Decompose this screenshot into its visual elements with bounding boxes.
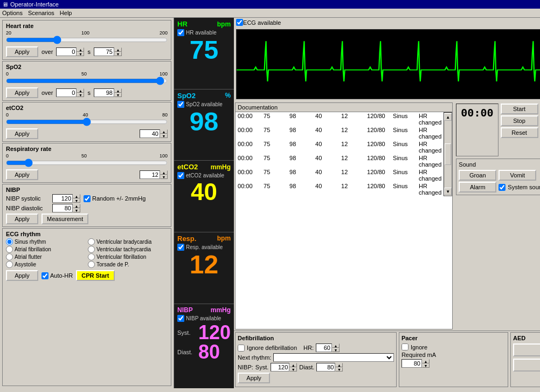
doc-content: 00:00 75 98 40 12 120/80 Sinus HR change… [236, 112, 444, 196]
stop-button[interactable]: Stop [501, 115, 538, 126]
cpr-start-button[interactable]: CPR Start [76, 270, 114, 281]
nibp-diast-up[interactable]: ▲ [73, 204, 80, 208]
nibp-measurement-button[interactable]: Measurement [41, 214, 88, 224]
nibp-syst-down[interactable]: ▼ [73, 198, 80, 203]
heart-rate-group: Heart rate 20 100 200 Apply over ▲ ▼ s [2, 20, 171, 60]
hr-block: HR bpm HR available 75 [174, 18, 234, 90]
hr-value-input[interactable] [94, 47, 114, 56]
menu-help[interactable]: Help [60, 10, 72, 16]
start-button[interactable]: Start [501, 104, 538, 114]
hr-val-up[interactable]: ▲ [114, 47, 122, 52]
hr-available-check[interactable] [177, 29, 184, 36]
nibp-syst-up[interactable]: ▲ [73, 194, 80, 198]
reset-button[interactable]: Reset [501, 127, 538, 138]
ecg-available-check[interactable] [236, 19, 243, 26]
spo2-val-down[interactable]: ▼ [114, 93, 122, 97]
spo2-apply-button[interactable]: Apply [6, 87, 38, 98]
etco2-val-up[interactable]: ▲ [160, 129, 168, 134]
rhythm-torsade-radio[interactable] [88, 261, 95, 268]
menu-options[interactable]: Options [2, 10, 23, 16]
resp-val-up[interactable]: ▲ [160, 170, 168, 175]
right-panel: ECG available Documentation 00:00 75 [234, 18, 540, 388]
defib-diast-up[interactable]: ▲ [335, 363, 343, 367]
nibp-diastolic-input[interactable] [52, 204, 73, 212]
nibp-systolic-label: NIBP systolic [6, 195, 49, 202]
hr-val-down[interactable]: ▼ [114, 52, 122, 56]
doc-event: HR changed [419, 127, 441, 140]
defib-diast-input[interactable] [316, 363, 335, 372]
spo2-over-down[interactable]: ▼ [77, 93, 84, 97]
spo2-available-check[interactable] [177, 101, 184, 108]
auto-hr-check[interactable] [41, 272, 49, 279]
doc-spo2: 98 [289, 141, 311, 154]
menu-scenarios[interactable]: Scenarios [28, 10, 54, 16]
etco2-slider[interactable] [6, 118, 168, 126]
defib-diast-down[interactable]: ▼ [335, 367, 343, 372]
nibp-diast-down[interactable]: ▼ [73, 208, 80, 212]
resp-available-check[interactable] [177, 244, 184, 251]
resp-apply-button[interactable]: Apply [6, 169, 38, 180]
spo2-over-up[interactable]: ▲ [77, 88, 84, 93]
defib-syst-up[interactable]: ▲ [289, 363, 297, 367]
hr-over-up[interactable]: ▲ [77, 47, 84, 52]
defib-syst-down[interactable]: ▼ [289, 367, 297, 372]
defib-syst-input[interactable] [271, 363, 289, 372]
nibp-apply-button[interactable]: Apply [6, 214, 38, 224]
doc-wrapper: 00:00 75 98 40 12 120/80 Sinus HR change… [236, 112, 452, 196]
nibp-available-check[interactable] [177, 315, 184, 322]
rhythm-aflutter-radio[interactable] [6, 253, 13, 260]
pacer-ma-down[interactable]: ▼ [422, 363, 430, 368]
resp-val-down[interactable]: ▼ [160, 175, 168, 179]
hr-over-input[interactable] [56, 47, 77, 56]
pacer-ma-input[interactable] [401, 359, 422, 368]
aed-motion-button[interactable]: Motion detected [513, 343, 540, 356]
rhythm-vfib-radio[interactable] [88, 253, 95, 260]
spo2-over-input[interactable] [56, 88, 77, 97]
system-sounds-check[interactable] [499, 184, 506, 191]
etco2-val-down[interactable]: ▼ [160, 134, 168, 138]
pacer-ignore-row: Ignore [401, 343, 506, 350]
nibp-diast-row: Diast. 80 [177, 342, 231, 362]
spo2-header: SpO2 % [177, 92, 231, 100]
etco2-available-check[interactable] [177, 172, 184, 179]
doc-scrollbar[interactable]: ▲ ▼ [444, 112, 452, 196]
vomit-button[interactable]: Vomit [499, 170, 536, 181]
alarm-button[interactable]: Alarm [459, 182, 496, 192]
rhythm-vent-tachy-radio[interactable] [88, 246, 95, 253]
pacer-ignore-check[interactable] [401, 343, 409, 350]
spo2-val-up[interactable]: ▲ [114, 88, 122, 93]
scroll-up-btn[interactable]: ▲ [444, 113, 452, 121]
spo2-value-input[interactable] [94, 88, 114, 97]
defib-ignore-check[interactable] [238, 345, 245, 352]
defib-next-rhythm-select[interactable] [273, 353, 393, 362]
ecg-apply-button[interactable]: Apply [6, 270, 38, 281]
rhythm-vent-brady-radio[interactable] [88, 238, 95, 245]
rhythm-asystole-radio[interactable] [6, 261, 13, 268]
resp-slider[interactable] [6, 159, 168, 167]
scroll-down-btn[interactable]: ▼ [444, 188, 452, 195]
rhythm-afib-radio[interactable] [6, 246, 13, 253]
groan-button[interactable]: Groan [459, 170, 496, 181]
aed-analyse-button[interactable]: Analyse [513, 359, 540, 372]
hr-slider[interactable] [6, 36, 168, 44]
etco2-value-input[interactable] [140, 129, 160, 138]
rhythm-sinus-radio[interactable] [6, 238, 13, 245]
nibp-random-check[interactable] [84, 195, 91, 202]
defib-hr-down[interactable]: ▼ [332, 348, 340, 352]
defib-hr-input[interactable] [316, 343, 332, 352]
etco2-apply-button[interactable]: Apply [6, 128, 38, 139]
defib-apply-button[interactable]: Apply [238, 373, 270, 383]
pacer-ma-spinbox: ▲ ▼ [401, 359, 430, 368]
scroll-thumb[interactable] [445, 143, 451, 165]
hr-apply-button[interactable]: Apply [6, 46, 38, 57]
nibp-systolic-input[interactable] [52, 194, 73, 203]
hr-over-down[interactable]: ▼ [77, 52, 84, 56]
spo2-slider[interactable] [6, 77, 168, 85]
defib-hr-up[interactable]: ▲ [332, 343, 340, 348]
pacer-ma-up[interactable]: ▲ [422, 359, 430, 363]
resp-name: Resp. [177, 235, 196, 243]
doc-event: HR changed [419, 141, 441, 154]
rhythm-asystole: Asystolie [6, 261, 86, 268]
doc-spo2: 98 [289, 169, 311, 182]
resp-value-input[interactable] [140, 170, 160, 179]
